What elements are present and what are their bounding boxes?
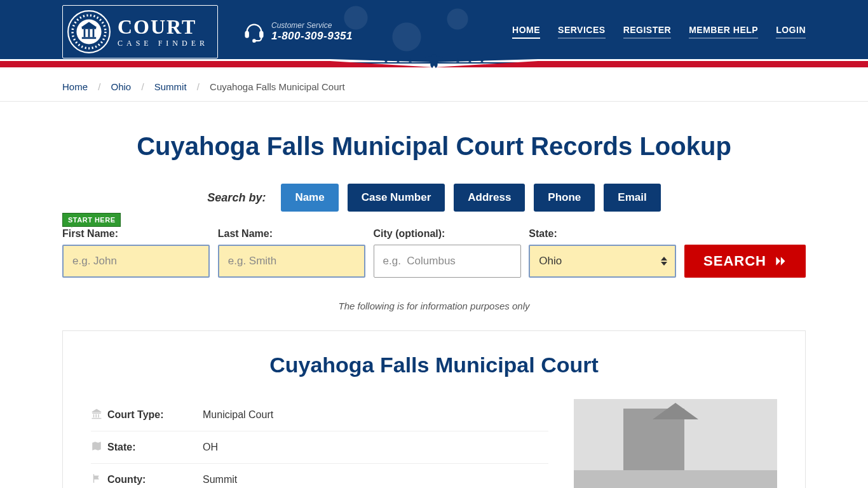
field-state: State: Ohio: [529, 228, 677, 278]
svg-rect-10: [260, 32, 262, 37]
svg-marker-13: [661, 262, 667, 266]
tab-address[interactable]: Address: [454, 184, 525, 212]
tab-name[interactable]: Name: [281, 184, 338, 212]
first-name-input[interactable]: [62, 245, 210, 278]
nav-register[interactable]: REGISTER: [623, 25, 672, 39]
first-name-label: First Name:: [62, 228, 210, 240]
last-name-input[interactable]: [218, 245, 365, 278]
map-icon: [91, 440, 107, 454]
state-info-value: OH: [203, 442, 218, 453]
svg-rect-3: [82, 27, 96, 29]
header-ribbon: ★★★ ★★★: [0, 64, 868, 72]
court-title: Cuyahoga Falls Municipal Court: [91, 353, 777, 377]
customer-service-phone: 1-800-309-9351: [271, 30, 353, 43]
court-info-list: Court Type: Municipal Court State: OH Co…: [91, 399, 548, 488]
court-info-card: Cuyahoga Falls Municipal Court Court Typ…: [62, 330, 806, 488]
breadcrumb-bar: Home / Ohio / Summit / Cuyahoga Falls Mu…: [0, 72, 868, 102]
court-photo: [574, 399, 777, 488]
customer-service: Customer Service 1-800-309-9351: [243, 21, 353, 43]
customer-service-label: Customer Service: [271, 21, 353, 30]
courthouse-icon: [91, 408, 107, 422]
svg-rect-4: [84, 29, 86, 37]
svg-rect-7: [82, 37, 96, 39]
nav-home[interactable]: HOME: [512, 25, 540, 39]
last-name-label: Last Name:: [218, 228, 366, 240]
info-row-court-type: Court Type: Municipal Court: [91, 399, 548, 431]
search-button-label: SEARCH: [703, 253, 766, 269]
state-label: State:: [529, 228, 677, 240]
info-row-county: County: Summit: [91, 464, 548, 488]
svg-rect-6: [93, 29, 95, 37]
tab-email[interactable]: Email: [604, 184, 660, 212]
search-by-tabs: Search by: Name Case Number Address Phon…: [62, 184, 806, 212]
logo-seal-icon: [67, 10, 111, 54]
select-caret-icon: [661, 257, 667, 266]
svg-marker-12: [661, 257, 667, 261]
eagle-icon: [419, 51, 449, 70]
search-button[interactable]: SEARCH: [684, 245, 806, 278]
breadcrumb-current: Cuyahoga Falls Municipal Court: [210, 81, 345, 92]
court-type-value: Municipal Court: [203, 409, 273, 421]
svg-point-11: [253, 39, 255, 41]
info-row-state: State: OH: [91, 431, 548, 464]
search-form: START HERE First Name: Last Name: City (…: [62, 228, 806, 278]
disclaimer-text: The following is for information purpose…: [62, 301, 806, 311]
field-first-name: START HERE First Name:: [62, 228, 210, 278]
state-info-label: State:: [107, 442, 203, 453]
court-type-label: Court Type:: [107, 409, 203, 421]
nav-login[interactable]: LOGIN: [776, 25, 806, 39]
flag-icon: [91, 473, 107, 487]
nav-services[interactable]: SERVICES: [558, 25, 606, 39]
svg-rect-9: [246, 32, 248, 37]
tab-case-number[interactable]: Case Number: [348, 184, 445, 212]
chevron-double-right-icon: [774, 255, 787, 268]
city-label: City (optional):: [374, 228, 522, 240]
logo-text-sub: CASE FINDER: [118, 39, 208, 47]
start-here-badge: START HERE: [62, 213, 121, 227]
breadcrumb: Home / Ohio / Summit / Cuyahoga Falls Mu…: [62, 72, 806, 101]
breadcrumb-state[interactable]: Ohio: [111, 81, 132, 92]
state-select[interactable]: Ohio: [529, 245, 676, 278]
county-value: Summit: [203, 474, 237, 485]
nav-member-help[interactable]: MEMBER HELP: [689, 25, 758, 39]
county-label: County:: [107, 474, 203, 485]
main-nav: HOME SERVICES REGISTER MEMBER HELP LOGIN: [512, 25, 806, 39]
city-input[interactable]: [374, 245, 521, 278]
breadcrumb-home[interactable]: Home: [62, 81, 88, 92]
search-by-label: Search by:: [207, 191, 266, 205]
field-city: City (optional):: [374, 228, 522, 278]
tab-phone[interactable]: Phone: [534, 184, 595, 212]
field-last-name: Last Name:: [218, 228, 366, 278]
headset-icon: [243, 21, 265, 43]
svg-rect-5: [88, 29, 90, 37]
page-title: Cuyahoga Falls Municipal Court Records L…: [62, 132, 806, 161]
state-select-value: Ohio: [539, 255, 562, 268]
logo-text-main: COURT: [118, 17, 208, 37]
breadcrumb-county[interactable]: Summit: [154, 81, 187, 92]
logo[interactable]: COURT CASE FINDER: [62, 5, 218, 58]
